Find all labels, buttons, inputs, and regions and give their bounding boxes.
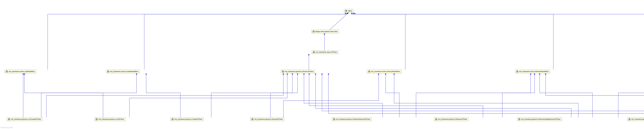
svg-line-0 — [330, 13, 348, 30]
node-label: rest_framework.generics.RetrieveUpdateAP… — [631, 118, 644, 120]
node-createmodelmixin[interactable]: C rest_framework.mixins.CreateModelMixin — [106, 70, 140, 73]
node-label: rest_framework.generics.RetrieveDestroyA… — [336, 118, 370, 120]
node-label: rest_framework.generics.ListCreateAPIVie… — [11, 118, 41, 120]
class-icon: C — [6, 70, 8, 72]
class-icon: C — [172, 118, 174, 120]
node-label: rest_framework.generics.RetrieveAPIView — [438, 118, 467, 120]
class-icon: C — [107, 70, 109, 72]
node-label: rest_framework.generics.CreateAPIView — [174, 118, 202, 120]
node-retrieveapiview[interactable]: C rest_framework.generics.RetrieveAPIVie… — [434, 117, 468, 121]
node-label: rest_framework.generics.RetrieveUpdateDe… — [521, 118, 560, 120]
node-retrieveupdateapiview[interactable]: C rest_framework.generics.RetrieveUpdate… — [627, 117, 644, 121]
node-listmodelmixin[interactable]: C rest_framework.mixins.ListModelMixin — [5, 70, 36, 73]
node-view[interactable]: C django.views.generic.base.View — [312, 30, 339, 33]
node-listapiview[interactable]: C rest_framework.generics.ListAPIView — [94, 117, 126, 121]
node-label: rest_framework.views.APIView — [316, 51, 337, 53]
node-object[interactable]: C object — [344, 9, 354, 13]
footer-credit: Powered by yFiles — [0, 127, 13, 128]
class-icon: C — [518, 118, 520, 120]
node-listcreateapiview[interactable]: C rest_framework.generics.ListCreateAPIV… — [7, 117, 42, 121]
node-createapiview[interactable]: C rest_framework.generics.CreateAPIView — [170, 117, 204, 121]
diagram-canvas: C object C django.views.generic.base.Vie… — [0, 0, 644, 129]
footer-link[interactable]: yFiles — [9, 127, 13, 128]
class-icon: C — [252, 118, 254, 120]
node-label: rest_framework.mixins.ListModelMixin — [9, 70, 35, 73]
node-apiview[interactable]: C rest_framework.views.APIView — [312, 50, 338, 54]
node-label: rest_framework.generics.GenericAPIView — [285, 70, 313, 73]
node-label: rest_framework.generics.ListAPIView — [98, 118, 124, 120]
class-icon: C — [628, 118, 630, 120]
footer-prefix: Powered by — [0, 127, 9, 128]
node-retrievemodelmixin[interactable]: C rest_framework.mixins.RetrieveModelMix… — [515, 70, 550, 73]
class-icon: C — [345, 10, 347, 12]
node-label: rest_framework.mixins.CreateModelMixin — [110, 70, 138, 73]
node-label: rest_framework.mixins.RetrieveModelMixin — [519, 70, 549, 73]
node-destroymodelmixin[interactable]: C rest_framework.mixins.DestroyModelMixi… — [367, 70, 402, 73]
node-retrieveupdatedestroyapiview[interactable]: C rest_framework.generics.RetrieveUpdate… — [517, 117, 562, 121]
class-icon: C — [8, 118, 10, 120]
node-label: rest_framework.mixins.DestroyModelMixin — [371, 70, 400, 73]
class-icon: C — [96, 118, 98, 120]
class-icon: C — [516, 70, 518, 72]
arrows-layer — [0, 0, 644, 129]
class-icon: C — [435, 118, 437, 120]
node-destroyapiview[interactable]: C rest_framework.generics.DestroyAPIView — [250, 117, 284, 121]
node-label: rest_framework.generics.DestroyAPIView — [254, 118, 283, 120]
node-genericapiview[interactable]: C rest_framework.generics.GenericAPIView — [281, 70, 315, 73]
class-icon: C — [312, 31, 315, 33]
class-icon: C — [282, 70, 284, 72]
class-icon: C — [333, 118, 335, 120]
class-icon: C — [313, 51, 315, 53]
class-icon: C — [368, 70, 370, 72]
node-retrievedestroyapiview[interactable]: C rest_framework.generics.RetrieveDestro… — [332, 117, 372, 121]
node-label: django.views.generic.base.View — [316, 30, 338, 33]
node-label: object — [348, 10, 352, 12]
